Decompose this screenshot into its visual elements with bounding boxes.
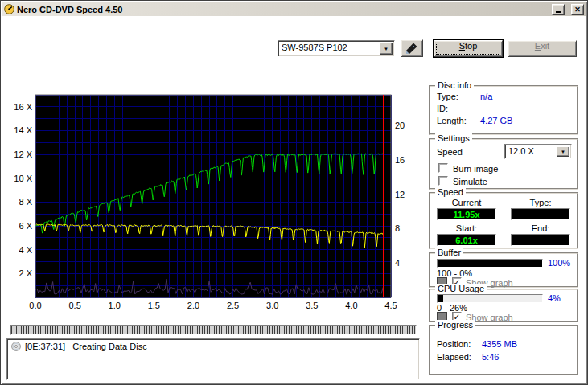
- buffer-group: Buffer 100% 100 - 0% ✓ Show graph: [429, 252, 578, 288]
- exit-button[interactable]: Exit: [508, 40, 577, 57]
- burn-image-label: Burn image: [453, 164, 498, 174]
- settings-group: Settings Speed 12.0 X ▼ Burn image Simul…: [429, 138, 578, 190]
- progress-group-title: Progress: [435, 320, 475, 330]
- titlebar-buttons: ✕: [552, 4, 584, 15]
- drive-select-chevron-down-icon[interactable]: ▼: [380, 43, 393, 55]
- log-entry: [0E:37:31] Creating Data Disc: [7, 339, 419, 354]
- svg-text:12 X: 12 X: [14, 149, 32, 159]
- svg-text:4: 4: [395, 258, 400, 268]
- drive-select-value: SW-9587S P102: [278, 41, 378, 56]
- svg-text:2.0: 2.0: [187, 301, 199, 310]
- simulate-checkbox[interactable]: [438, 176, 448, 186]
- type-label: Type:: [511, 198, 570, 207]
- svg-text:14 X: 14 X: [14, 125, 32, 135]
- elapsed-label: Elapsed:: [437, 352, 471, 362]
- current-speed-display: 11.95x: [437, 208, 496, 220]
- disc-icon: [11, 342, 21, 351]
- drive-select[interactable]: SW-9587S P102 ▼: [278, 40, 395, 57]
- speed-select-label: Speed: [437, 147, 463, 157]
- end-speed-display: [511, 234, 570, 246]
- stop-button-label: Stop: [434, 41, 502, 51]
- speed-chart: 16 X14 X12 X10 X8 X6 X4 X2 X201612840.00…: [6, 85, 422, 322]
- pen-icon: [405, 42, 418, 55]
- exit-button-label: Exit: [508, 41, 576, 51]
- cpu-usage-group: CPU Usage 4% 0 - 26% ✓ Show graph: [429, 289, 578, 322]
- start-speed-label: Start:: [437, 223, 496, 233]
- disc-length-label: Length:: [437, 116, 467, 125]
- current-speed-label: Current: [437, 198, 496, 207]
- cpu-meter: [437, 294, 543, 303]
- svg-text:1.5: 1.5: [148, 301, 160, 310]
- elapsed-value: 5:46: [482, 352, 499, 362]
- svg-text:2 X: 2 X: [19, 268, 32, 278]
- close-icon: ✕: [574, 6, 581, 14]
- svg-text:12: 12: [395, 190, 405, 199]
- log-entry-text: [0E:37:31] Creating Data Disc: [25, 342, 147, 351]
- settings-group-title: Settings: [435, 133, 472, 144]
- cpu-percent: 4%: [548, 293, 561, 303]
- svg-text:8: 8: [395, 223, 400, 233]
- speed-select-chevron-down-icon[interactable]: ▼: [557, 146, 569, 157]
- svg-text:3.0: 3.0: [266, 301, 278, 310]
- svg-text:10 X: 10 X: [14, 174, 32, 183]
- svg-text:3.5: 3.5: [306, 301, 318, 310]
- speed-select[interactable]: 12.0 X ▼: [504, 144, 572, 159]
- buffer-group-title: Buffer: [435, 248, 463, 258]
- burn-image-checkbox[interactable]: [438, 163, 448, 173]
- simulate-label: Simulate: [453, 177, 487, 186]
- svg-text:2.5: 2.5: [227, 301, 239, 310]
- minimize-button[interactable]: [552, 4, 565, 15]
- svg-text:0.5: 0.5: [68, 301, 80, 310]
- disc-info-group-title: Disc info: [435, 80, 474, 91]
- disc-info-group: Disc info Type: n/a ID: Length: 4.27 GB: [429, 85, 578, 135]
- svg-text:0.0: 0.0: [29, 301, 41, 310]
- svg-text:4.0: 4.0: [345, 301, 357, 310]
- window-title: Nero CD-DVD Speed 4.50: [17, 5, 549, 14]
- start-speed-display: 6.01x: [437, 234, 496, 246]
- svg-text:8 X: 8 X: [19, 197, 32, 207]
- disc-type-label: Type:: [437, 92, 458, 101]
- speed-select-value: 12.0 X: [505, 145, 555, 158]
- buffer-meter-fill: [438, 260, 542, 267]
- stop-button[interactable]: Stop: [434, 40, 503, 57]
- app-window: Nero CD-DVD Speed 4.50 ✕ SW-9587S P102 ▼…: [0, 0, 588, 385]
- svg-text:20: 20: [395, 121, 405, 130]
- disc-id-label: ID:: [437, 104, 448, 113]
- disc-length-value: 4.27 GB: [480, 116, 512, 125]
- progress-group: Progress Position: 4355 MB Elapsed: 5:46: [429, 325, 578, 375]
- minimize-icon: [556, 11, 561, 13]
- end-speed-label: End:: [511, 223, 570, 233]
- titlebar: Nero CD-DVD Speed 4.50 ✕: [2, 2, 586, 16]
- svg-text:4 X: 4 X: [19, 245, 32, 255]
- close-button[interactable]: ✕: [571, 4, 584, 15]
- svg-text:6 X: 6 X: [19, 221, 32, 231]
- svg-text:16 X: 16 X: [14, 102, 32, 112]
- svg-text:4.5: 4.5: [384, 301, 397, 310]
- type-display: [511, 208, 570, 220]
- speed-group-title: Speed: [435, 187, 466, 198]
- disc-type-value: n/a: [480, 92, 492, 101]
- speed-group: Speed Current Type: 11.95x Start: End: 6…: [429, 192, 578, 249]
- app-speedometer-icon: [4, 4, 14, 14]
- cpu-group-title: CPU Usage: [435, 284, 487, 294]
- svg-text:16: 16: [395, 155, 405, 165]
- status-log[interactable]: [0E:37:31] Creating Data Disc: [6, 338, 420, 380]
- position-label: Position:: [437, 339, 471, 349]
- buffer-percent: 100%: [548, 258, 570, 268]
- buffer-meter: [437, 259, 543, 268]
- write-progress-strip: [10, 325, 417, 335]
- svg-text:1.0: 1.0: [109, 301, 121, 310]
- write-tool-button[interactable]: [401, 39, 423, 57]
- cpu-meter-fill: [438, 295, 443, 302]
- position-value: 4355 MB: [482, 339, 517, 349]
- client-area: SW-9587S P102 ▼ Stop Exit 16 X14 X12 X10…: [2, 16, 586, 383]
